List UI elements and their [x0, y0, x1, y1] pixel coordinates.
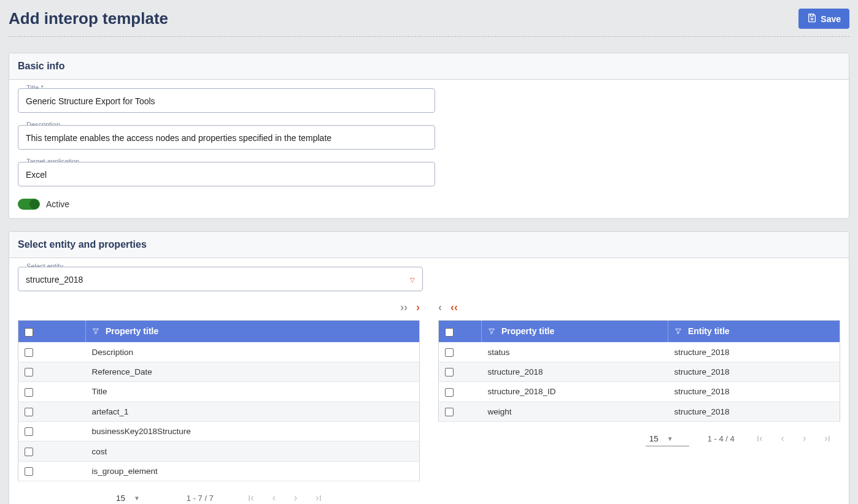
target-app-field[interactable]	[18, 162, 435, 186]
row-checkbox[interactable]	[25, 448, 33, 456]
table-row: businessKey2018Structure	[18, 422, 420, 441]
description-field[interactable]	[18, 125, 435, 150]
right-pager: 15▼ 1 - 4 / 4 ı‹ ‹ › ›ı	[438, 422, 840, 449]
right-page-range: 1 - 4 / 4	[708, 434, 735, 443]
chevron-down-icon: ▼	[667, 435, 673, 442]
row-checkbox[interactable]	[25, 427, 33, 436]
next-page-button[interactable]: ›	[290, 492, 301, 503]
table-row: Description	[18, 342, 420, 362]
property-cell: status	[482, 342, 668, 362]
last-page-button[interactable]: ›ı	[312, 492, 325, 503]
property-cell: structure_2018	[482, 362, 668, 381]
entity-cell: structure_2018	[668, 342, 840, 362]
svg-point-0	[811, 18, 813, 20]
row-checkbox[interactable]	[445, 388, 454, 397]
col-property-title: Property title	[106, 326, 158, 336]
property-cell: cost	[86, 441, 420, 461]
save-button[interactable]: Save	[798, 9, 849, 29]
move-all-right-icon[interactable]: ››	[400, 301, 408, 314]
property-cell: is_group_element	[86, 461, 420, 481]
last-page-button[interactable]: ›ı	[821, 433, 834, 444]
row-checkbox[interactable]	[445, 348, 454, 357]
entity-cell: structure_2018	[668, 382, 840, 402]
move-right-icon[interactable]: ›	[416, 301, 420, 314]
chevron-down-icon: ▼	[134, 495, 140, 502]
page-title: Add interop template	[9, 9, 168, 28]
entity-cell: structure_2018	[668, 402, 840, 421]
basic-info-heading: Basic info	[9, 53, 849, 80]
active-toggle[interactable]	[18, 199, 40, 210]
table-row: cost	[18, 441, 420, 461]
available-properties-table: Property title DescriptionReference_Date…	[18, 320, 420, 481]
table-row: weightstructure_2018	[439, 402, 840, 421]
property-cell: artefact_1	[86, 402, 420, 421]
save-button-label: Save	[821, 14, 841, 24]
property-cell: Description	[86, 342, 420, 362]
filter-icon[interactable]	[674, 327, 682, 337]
move-left-icon[interactable]: ‹	[438, 301, 442, 314]
table-row: structure_2018_IDstructure_2018	[439, 382, 840, 402]
property-cell: weight	[482, 402, 668, 421]
basic-info-panel: Basic info Title * Description Target ap…	[9, 53, 849, 219]
property-cell: Reference_Date	[86, 362, 420, 381]
table-row: Title	[18, 382, 420, 402]
first-page-button[interactable]: ı‹	[244, 492, 258, 503]
prev-page-button[interactable]: ‹	[269, 492, 279, 503]
select-entity-panel: Select entity and properties Select enti…	[9, 231, 849, 504]
left-pager: 15▼ 1 - 7 / 7 ı‹ ‹ › ›ı	[18, 481, 420, 504]
property-cell: Title	[86, 382, 420, 402]
table-row: structure_2018structure_2018	[439, 362, 840, 381]
selected-properties-table: Property title Entity title statusstruct…	[438, 320, 840, 422]
active-label: Active	[46, 199, 69, 209]
entity-cell: structure_2018	[668, 362, 840, 381]
chevron-down-icon: ▽	[410, 277, 415, 283]
table-row: is_group_element	[18, 461, 420, 481]
row-checkbox[interactable]	[445, 408, 454, 416]
left-page-range: 1 - 7 / 7	[187, 494, 214, 503]
row-checkbox[interactable]	[25, 368, 33, 376]
select-entity-heading: Select entity and properties	[9, 232, 849, 258]
filter-icon[interactable]	[488, 327, 495, 337]
right-page-size[interactable]: 15▼	[646, 430, 689, 446]
property-cell: structure_2018_ID	[482, 382, 668, 402]
property-cell: businessKey2018Structure	[86, 422, 420, 441]
select-all-checkbox[interactable]	[445, 328, 454, 337]
table-row: artefact_1	[18, 402, 420, 421]
col-entity-title: Entity title	[688, 326, 730, 336]
table-row: Reference_Date	[18, 362, 420, 381]
save-icon	[807, 13, 817, 25]
next-page-button[interactable]: ›	[799, 433, 810, 444]
left-page-size[interactable]: 15▼	[112, 490, 156, 504]
row-checkbox[interactable]	[25, 467, 33, 476]
row-checkbox[interactable]	[25, 408, 33, 416]
row-checkbox[interactable]	[25, 348, 33, 357]
prev-page-button[interactable]: ‹	[778, 433, 788, 444]
row-checkbox[interactable]	[25, 388, 33, 397]
row-checkbox[interactable]	[445, 368, 454, 376]
page-header: Add interop template Save	[9, 9, 849, 37]
first-page-button[interactable]: ı‹	[753, 433, 767, 444]
select-entity-value: structure_2018	[26, 275, 83, 284]
table-row: statusstructure_2018	[439, 342, 840, 362]
select-all-checkbox[interactable]	[25, 328, 33, 337]
col-property-title: Property title	[501, 326, 554, 336]
select-entity-dropdown[interactable]: structure_2018 ▽	[18, 267, 423, 291]
move-all-left-icon[interactable]: ‹‹	[450, 301, 458, 314]
title-field[interactable]	[18, 88, 435, 113]
filter-icon[interactable]	[92, 327, 99, 337]
